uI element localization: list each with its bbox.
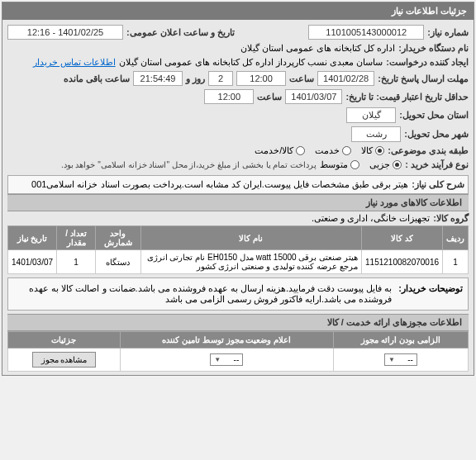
cell-status: -- ▼: [120, 349, 333, 372]
cell-mandatory: -- ▼: [333, 349, 468, 372]
radio-label-petty: جزیی: [369, 159, 390, 170]
th-name: نام کالا: [140, 226, 361, 250]
goods-section-title: اطلاعات کالاهای مورد نیاز: [7, 194, 469, 211]
cell-unit: دستگاه: [96, 250, 141, 274]
time-label-2: ساعت: [257, 92, 282, 102]
announce-label: تاریخ و ساعت اعلان عمومی:: [126, 27, 235, 38]
mandatory-select-value: --: [407, 355, 413, 364]
summary-text: هیتر برقی طبق مشخصات فایل پیوست.ایران کد…: [31, 179, 408, 190]
panel-body: شماره نیاز: 1101005143000012 تاریخ و ساع…: [2, 20, 474, 375]
row-validity: حداقل تاریخ اعتبار قیمت: تا تاریخ: 1401/…: [7, 88, 469, 106]
buyer-name: اداره کل کتابخانه های عمومی استان گیلان: [240, 43, 395, 54]
th-mandatory: الزامی بودن ارائه مجوز: [333, 332, 468, 349]
row-need-no: شماره نیاز: 1101005143000012 تاریخ و ساع…: [7, 23, 469, 41]
radio-medium[interactable]: متوسط: [320, 159, 359, 170]
table-row: 1 1151210082070016 هیتر صنعتی برقی 15000…: [8, 250, 469, 274]
row-process: نوع فرآیند خرید : جزیی متوسط پرداخت تمام…: [7, 158, 469, 172]
row-buyer: نام دستگاه خریدار: اداره کل کتابخانه های…: [7, 41, 469, 55]
radio-label-medium: متوسط: [320, 159, 348, 170]
status-table: الزامی بودن ارائه مجوز اعلام وضعیت مجوز …: [7, 331, 469, 372]
row-city: شهر محل تحویل: رشت: [7, 125, 469, 144]
need-no-value: 1101005143000012: [308, 25, 424, 40]
deadline-time: 12:00: [236, 71, 286, 86]
row-requester: ایجاد کننده درخواست: ساسان معبدی نسب کار…: [7, 55, 469, 69]
th-code: کد کالا: [362, 226, 443, 250]
days-left: 2: [208, 71, 233, 86]
goods-table: ردیف کد کالا نام کالا واحد شمارش تعداد /…: [7, 225, 469, 274]
radio-circle-goods: [375, 146, 384, 155]
cell-qty: 1: [57, 250, 96, 274]
buyer-label: نام دستگاه خریدار:: [398, 43, 469, 54]
cell-details: مشاهده مجوز: [8, 349, 121, 372]
valid-date: 1401/03/07: [285, 89, 342, 104]
group-label: گروه کالا:: [433, 213, 469, 224]
radio-both[interactable]: کالا/خدمت: [255, 145, 305, 156]
radio-label-both: کالا/خدمت: [255, 145, 293, 156]
th-idx: ردیف: [443, 226, 469, 250]
remain-time: 21:54:49: [133, 71, 183, 86]
radio-label-goods: کالا: [361, 145, 373, 156]
valid-time: 12:00: [204, 89, 254, 104]
radio-circle-petty: [393, 160, 402, 169]
row-province: استان محل تحویل: گیلان: [7, 106, 469, 125]
time-label-1: ساعت: [289, 74, 314, 84]
buyer-note-box: توضیحات خریدار: به فایل پیوست دقت فرمایی…: [7, 277, 469, 311]
process-label: نوع فرآیند خرید :: [405, 159, 469, 170]
process-note: پرداخت تمام یا بخشی از مبلغ خرید،از محل …: [61, 160, 317, 169]
row-summary: شرح کلی نیاز: هیتر برقی طبق مشخصات فایل …: [7, 175, 469, 194]
status-row: -- ▼ -- ▼ مشاهده مجوز: [8, 349, 469, 372]
th-details: جزئیات: [8, 332, 121, 349]
row-deadline: مهلت ارسال پاسخ تاریخ: 1401/02/28 ساعت 1…: [7, 69, 469, 88]
buyer-note-label: توضیحات خریدار:: [398, 283, 463, 305]
th-unit: واحد شمارش: [96, 226, 141, 250]
valid-label: حداقل تاریخ اعتبار قیمت: تا تاریخ:: [345, 92, 469, 102]
view-permit-button[interactable]: مشاهده مجوز: [32, 352, 97, 368]
day-label: روز و: [186, 74, 205, 84]
radio-circle-both: [296, 146, 305, 155]
province-label: استان محل تحویل:: [399, 110, 469, 121]
chevron-down-icon: ▼: [388, 356, 395, 363]
cell-date: 1401/03/07: [8, 250, 57, 274]
th-status: اعلام وضعیت مجوز توسط تامین کننده: [120, 332, 333, 349]
category-radio-group: کالا خدمت کالا/خدمت: [255, 145, 384, 156]
city-value: رشت: [351, 126, 401, 142]
permit-section-title: اطلاعات مجوزهای ارائه خدمت / کالا: [7, 314, 469, 331]
radio-circle-service: [342, 146, 351, 155]
radio-service[interactable]: خدمت: [315, 145, 351, 156]
panel-title: جزئیات اطلاعات نیاز: [2, 2, 474, 20]
announce-value: 1401/02/25 - 12:16: [7, 25, 123, 40]
requester-label: ایجاد کننده درخواست:: [386, 57, 469, 68]
cell-code: 1151210082070016: [362, 250, 443, 274]
remain-label: ساعت باقی مانده: [64, 74, 130, 84]
cell-idx: 1: [443, 250, 469, 274]
row-category: طبقه بندی موضوعی: کالا خدمت کالا/خدمت: [7, 144, 469, 158]
status-select-value: --: [234, 355, 240, 364]
deadline-date: 1401/02/28: [317, 71, 374, 86]
buyer-note-text: به فایل پیوست دقت فرمایید.هزینه ارسال به…: [13, 283, 392, 305]
status-select[interactable]: -- ▼: [210, 353, 243, 366]
city-label: شهر محل تحویل:: [404, 129, 469, 140]
summary-label: شرح کلی نیاز:: [412, 179, 464, 190]
process-radio-group: جزیی متوسط: [320, 159, 402, 170]
goods-table-header-row: ردیف کد کالا نام کالا واحد شمارش تعداد /…: [8, 226, 469, 250]
radio-petty[interactable]: جزیی: [369, 159, 402, 170]
contact-link[interactable]: اطلاعات تماس خریدار: [33, 57, 116, 68]
radio-goods[interactable]: کالا: [361, 145, 384, 156]
requester-name: ساسان معبدی نسب کارپرداز اداره کل کتابخا…: [119, 57, 383, 68]
th-date: تاریخ نیاز: [8, 226, 57, 250]
need-no-label: شماره نیاز:: [427, 27, 469, 38]
deadline-label: مهلت ارسال پاسخ تاریخ:: [378, 74, 469, 84]
mandatory-select[interactable]: -- ▼: [384, 353, 417, 366]
province-value: گیلان: [346, 107, 396, 123]
details-panel: جزئیات اطلاعات نیاز شماره نیاز: 11010051…: [2, 2, 474, 376]
radio-label-service: خدمت: [315, 145, 340, 156]
group-value: تجهیزات خانگی، اداری و صنعتی.: [312, 213, 430, 224]
status-header-row: الزامی بودن ارائه مجوز اعلام وضعیت مجوز …: [8, 332, 469, 349]
th-qty: تعداد / مقدار: [57, 226, 96, 250]
category-label: طبقه بندی موضوعی:: [388, 145, 469, 156]
row-group: گروه کالا: تجهیزات خانگی، اداری و صنعتی.: [7, 211, 469, 225]
chevron-down-icon-2: ▼: [214, 356, 221, 363]
radio-circle-medium: [350, 160, 359, 169]
cell-name: هیتر صنعتی برقی 15000 watt مدل EH0150 نا…: [140, 250, 361, 274]
